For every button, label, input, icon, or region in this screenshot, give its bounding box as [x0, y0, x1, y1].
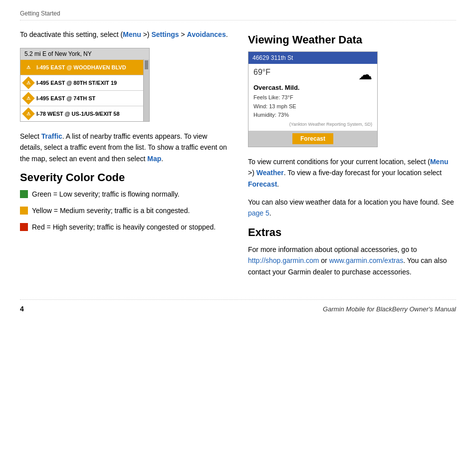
severity-red-swatch: [20, 223, 28, 231]
weather-condition: Overcast. Mild.: [253, 84, 372, 91]
weather-screenshot: 46629 311th St 69°F ☁ Overcast. Mild. Fe…: [248, 51, 378, 147]
header-label: Getting Started: [20, 10, 60, 17]
garmin-extras-link[interactable]: www.garmin.com/extras: [329, 256, 404, 264]
intro-paragraph: To deactivate this setting, select (Menu…: [20, 29, 228, 40]
page5-link[interactable]: page 5: [248, 209, 269, 217]
map-link[interactable]: Map: [147, 155, 161, 163]
extras-text1: For more information about optional acce…: [248, 245, 417, 253]
weather-source: (Yankton Weather Reporting System, SD): [253, 122, 372, 127]
footer-page-num: 4: [20, 305, 24, 313]
weather-para1-text2: >): [248, 169, 256, 177]
severity-heading: Severity Color Code: [20, 171, 228, 184]
severity-green-swatch: [20, 190, 28, 198]
severity-yellow-text: Yellow = Medium severity; traffic is a b…: [32, 206, 190, 216]
traffic-row-text-3: I-495 EAST @ 74TH ST: [36, 95, 95, 101]
extras-para: For more information about optional acce…: [248, 244, 456, 277]
traffic-row-text-2: I-495 EAST @ 80TH ST/EXIT 19: [36, 80, 117, 86]
intro-text2: >): [141, 30, 152, 38]
severity-green-text: Green = Low severity; traffic is flowing…: [32, 189, 180, 200]
weather-temp-row: 69°F ☁: [253, 68, 372, 82]
footer-title: Garmin Mobile for BlackBerry Owner's Man…: [323, 305, 456, 313]
weather-para1-text3: . To view a five-day forecast for your l…: [284, 169, 442, 177]
intro-text1: To deactivate this setting, select (: [20, 30, 123, 38]
weather-para2: You can also view weather data for a loc…: [248, 197, 456, 219]
traffic-header: 5.2 mi E of New York, NY: [20, 48, 149, 59]
weather-para1-text1: To view current conditions for your curr…: [248, 158, 430, 166]
traffic-body-para: Select Traffic. A list of nearby traffic…: [20, 131, 228, 164]
traffic-screenshot-wrapper: 5.2 mi E of New York, NY ⚠ I-495 EAST @ …: [20, 48, 228, 122]
weather-footer: Forecast: [248, 131, 377, 147]
weather-para1-text4: .: [277, 180, 279, 188]
weather-menu-link[interactable]: Menu: [430, 158, 449, 166]
weather-link[interactable]: Weather: [256, 169, 284, 177]
forecast-button[interactable]: Forecast: [292, 133, 333, 144]
extras-text2: or: [319, 256, 329, 264]
body-text1: Select: [20, 132, 41, 140]
traffic-row[interactable]: ⚠ I-78 WEST @ US-1/US-9/EXIT 58: [20, 106, 149, 121]
traffic-icon-4: ⚠: [23, 109, 33, 119]
page-header: Getting Started: [20, 10, 456, 20]
settings-link[interactable]: Settings: [151, 30, 179, 38]
traffic-row[interactable]: ⚠ I-495 EAST @ 74TH ST: [20, 90, 149, 106]
severity-green: Green = Low severity; traffic is flowing…: [20, 189, 228, 200]
page: Getting Started To deactivate this setti…: [0, 0, 476, 476]
traffic-icon-3: ⚠: [23, 93, 33, 103]
menu-link[interactable]: Menu: [123, 30, 141, 38]
forecast-link[interactable]: Forecast: [248, 180, 277, 188]
weather-para2-text1: You can also view weather data for a loc…: [248, 198, 454, 206]
humidity: Humidity: 73%: [253, 111, 372, 120]
traffic-icon-1: ⚠: [23, 62, 33, 72]
traffic-row[interactable]: ⚠ I-495 EAST @ WOODHAVEN BLVD: [20, 59, 149, 75]
weather-heading: Viewing Weather Data: [248, 33, 456, 46]
severity-yellow: Yellow = Medium severity; traffic is a b…: [20, 206, 228, 216]
right-column: Viewing Weather Data 46629 311th St 69°F…: [248, 29, 456, 284]
scrollbar[interactable]: [143, 59, 149, 121]
scrollbar-thumb: [145, 60, 148, 69]
weather-body: 69°F ☁ Overcast. Mild. Feels Like: 73°F …: [248, 64, 377, 131]
feels-like: Feels Like: 73°F: [253, 93, 372, 102]
extras-heading: Extras: [248, 226, 456, 239]
left-column: To deactivate this setting, select (Menu…: [20, 29, 228, 284]
traffic-screenshot: 5.2 mi E of New York, NY ⚠ I-495 EAST @ …: [20, 48, 150, 122]
traffic-row-text-4: I-78 WEST @ US-1/US-9/EXIT 58: [36, 111, 120, 117]
cloud-icon: ☁: [358, 68, 372, 82]
severity-red: Red = High severity; traffic is heavily …: [20, 222, 228, 233]
traffic-row[interactable]: ⚠ I-495 EAST @ 80TH ST/EXIT 19: [20, 75, 149, 90]
two-column-layout: To deactivate this setting, select (Menu…: [20, 29, 456, 284]
page-footer: 4 Garmin Mobile for BlackBerry Owner's M…: [20, 299, 456, 313]
weather-para1: To view current conditions for your curr…: [248, 156, 456, 190]
weather-temp: 69°F: [253, 68, 270, 77]
weather-header: 46629 311th St: [248, 52, 377, 64]
weather-details: Feels Like: 73°F Wind: 13 mph SE Humidit…: [253, 93, 372, 120]
severity-yellow-swatch: [20, 207, 28, 215]
weather-para2-text2: .: [269, 209, 271, 217]
avoidances-link[interactable]: Avoidances: [187, 30, 226, 38]
body-text3: .: [161, 155, 163, 163]
traffic-link[interactable]: Traffic: [41, 132, 62, 140]
intro-text4: .: [226, 30, 228, 38]
traffic-icon-2: ⚠: [23, 78, 33, 88]
intro-text3: >: [179, 30, 187, 38]
wind: Wind: 13 mph SE: [253, 102, 372, 111]
severity-red-text: Red = High severity; traffic is heavily …: [32, 222, 216, 233]
traffic-row-text-1: I-495 EAST @ WOODHAVEN BLVD: [36, 64, 126, 70]
garmin-shop-link[interactable]: http://shop.garmin.com: [248, 256, 319, 264]
